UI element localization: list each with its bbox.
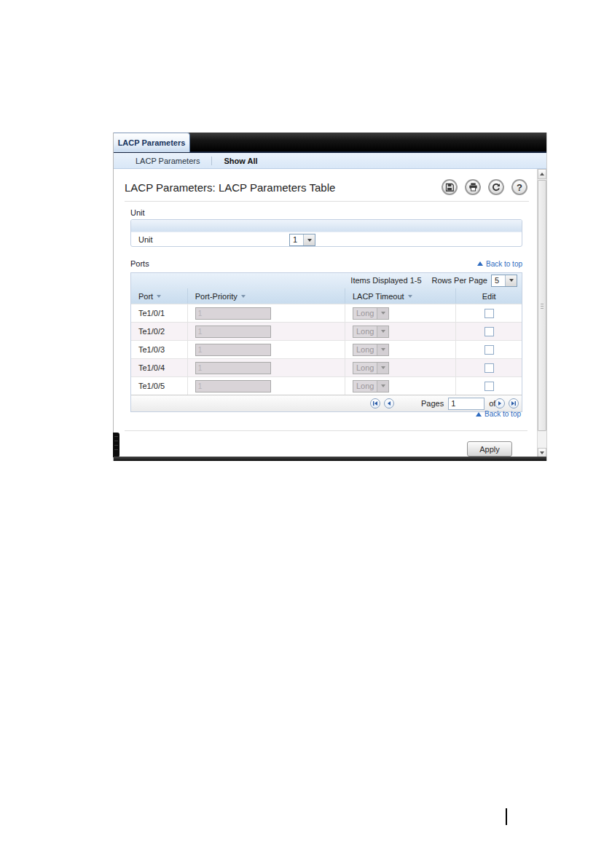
scroll-down-icon	[540, 451, 544, 454]
page-footer-mark	[506, 808, 507, 825]
lacp-timeout-select: Long	[353, 362, 389, 374]
port-priority-input	[195, 362, 271, 374]
port-priority-input	[195, 307, 271, 320]
unit-select-value: 1	[290, 234, 303, 245]
port-priority-input	[195, 326, 271, 338]
ports-section-label: Ports	[130, 259, 149, 268]
sort-icon	[241, 295, 246, 298]
refresh-icon	[492, 183, 501, 192]
table-row: Te1/0/3 Long	[131, 340, 522, 358]
scrollbar-grip-icon	[541, 306, 544, 307]
sort-icon	[157, 295, 161, 298]
unit-field-label: Unit	[131, 235, 153, 244]
lacp-timeout-select: Long	[353, 307, 389, 320]
page-number-input[interactable]	[448, 398, 484, 410]
back-to-top-link[interactable]: Back to top	[477, 260, 522, 268]
last-page-icon	[511, 401, 517, 406]
app-window: LACP Parameters LACP Parameters Show All…	[113, 133, 547, 461]
edit-checkbox[interactable]	[484, 382, 494, 391]
table-pagination: Pages of 5	[131, 395, 522, 411]
vertical-scrollbar[interactable]	[537, 169, 546, 458]
edit-checkbox[interactable]	[484, 345, 494, 355]
save-icon	[445, 183, 454, 192]
subnav: LACP Parameters Show All	[114, 153, 546, 169]
print-icon	[468, 183, 478, 192]
refresh-button[interactable]	[488, 179, 504, 195]
port-cell: Te1/0/3	[138, 345, 165, 354]
pages-label: Pages	[421, 399, 444, 408]
up-triangle-icon	[476, 412, 482, 417]
column-header-edit: Edit	[455, 288, 522, 304]
unit-panel-header	[131, 220, 522, 232]
rows-per-page-label: Rows Per Page	[432, 276, 487, 285]
save-button[interactable]	[442, 179, 458, 195]
unit-panel: Unit 1	[130, 219, 522, 247]
toolbar: ?	[442, 179, 527, 195]
unit-select[interactable]: 1	[289, 234, 315, 246]
scroll-up-icon	[540, 173, 544, 175]
chevron-down-icon	[505, 275, 517, 286]
chevron-down-icon	[377, 308, 388, 319]
rows-per-page-value: 5	[492, 275, 505, 286]
footer-divider	[125, 430, 527, 431]
edit-checkbox[interactable]	[484, 327, 494, 336]
previous-page-button[interactable]	[384, 398, 394, 409]
rows-per-page-select[interactable]: 5	[491, 275, 517, 287]
lacp-timeout-select: Long	[353, 326, 389, 338]
table-row: Te1/0/4 Long	[131, 358, 522, 376]
chevron-down-icon	[377, 326, 388, 337]
column-header-port-priority[interactable]: Port-Priority	[187, 288, 345, 304]
help-button[interactable]: ?	[511, 179, 527, 195]
chevron-down-icon	[377, 363, 388, 374]
ports-table: Items Displayed 1-5 Rows Per Page 5 Port	[130, 272, 522, 412]
table-row: Te1/0/5 Long	[131, 376, 522, 395]
port-priority-input	[195, 380, 271, 392]
port-cell: Te1/0/4	[138, 363, 165, 372]
previous-page-icon	[386, 401, 392, 406]
chevron-down-icon	[303, 234, 315, 245]
help-icon: ?	[517, 182, 522, 193]
content-area: LACP Parameters: LACP Parameters Table	[114, 169, 546, 458]
scrollbar-thumb[interactable]	[538, 180, 546, 431]
port-cell: Te1/0/5	[138, 382, 165, 390]
tab-band: LACP Parameters	[114, 133, 546, 153]
apply-button[interactable]: Apply	[467, 441, 512, 457]
table-row: Te1/0/1 Long	[131, 304, 522, 322]
ports-table-header: Items Displayed 1-5 Rows Per Page 5 Port	[131, 273, 522, 304]
edit-checkbox[interactable]	[484, 363, 494, 373]
window-bottom-strip	[114, 457, 546, 461]
back-to-top-link[interactable]: Back to top	[476, 410, 521, 418]
next-page-icon	[497, 401, 503, 406]
lacp-timeout-select: Long	[353, 380, 389, 392]
next-page-button[interactable]	[495, 398, 505, 409]
column-header-lacp-timeout[interactable]: LACP Timeout	[345, 288, 455, 304]
chevron-down-icon	[377, 344, 388, 355]
document-page: { "colors": { "link_blue": "#2e6bc0", "t…	[0, 0, 612, 868]
port-cell: Te1/0/1	[138, 309, 165, 317]
items-displayed: Items Displayed 1-5	[350, 276, 421, 285]
first-page-button[interactable]	[370, 398, 380, 409]
last-page-button[interactable]	[509, 398, 519, 409]
tab-label: LACP Parameters	[118, 138, 186, 147]
port-priority-input	[195, 344, 271, 356]
sort-icon	[408, 295, 412, 298]
table-row: Te1/0/2 Long	[131, 322, 522, 340]
page-title: LACP Parameters: LACP Parameters Table	[125, 181, 335, 194]
subnav-item-show-all[interactable]: Show All	[212, 153, 269, 168]
subnav-item-lacp-parameters[interactable]: LACP Parameters	[124, 153, 211, 168]
first-page-icon	[372, 401, 378, 406]
column-header-port[interactable]: Port	[131, 288, 187, 304]
scroll-up-button[interactable]	[538, 169, 546, 179]
lacp-timeout-select: Long	[353, 344, 389, 356]
unit-section-label: Unit	[130, 208, 145, 217]
chevron-down-icon	[377, 381, 388, 392]
print-button[interactable]	[465, 179, 481, 195]
side-panel-handle[interactable]	[113, 433, 119, 457]
edit-checkbox[interactable]	[484, 309, 494, 318]
port-cell: Te1/0/2	[138, 327, 165, 336]
title-divider	[125, 201, 529, 202]
up-triangle-icon	[477, 261, 483, 266]
tab-lacp-parameters[interactable]: LACP Parameters	[114, 133, 190, 152]
